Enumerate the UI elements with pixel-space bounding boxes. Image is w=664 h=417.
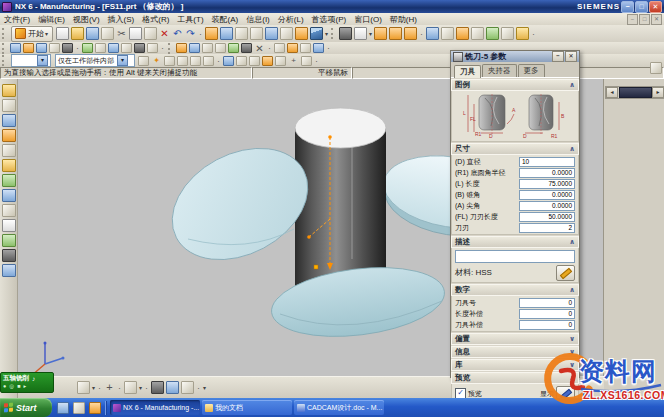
menu-view[interactable]: 视图(V) [69, 14, 104, 25]
section-preview-header[interactable]: 预览 ∧ [451, 372, 579, 384]
menu-insert[interactable]: 插入(S) [104, 14, 139, 25]
open-file-icon[interactable] [71, 27, 84, 40]
tab-more[interactable]: 更多 [518, 64, 545, 77]
workpiece-icon[interactable] [313, 43, 324, 53]
toolbar-grip[interactable] [2, 43, 7, 54]
operation-navigator-icon[interactable] [2, 129, 16, 142]
menu-window[interactable]: 窗口(O) [350, 14, 386, 25]
feeds-speeds-icon[interactable] [287, 43, 298, 53]
scroll-left-icon[interactable]: ◂ [606, 87, 618, 98]
render-scene-icon[interactable] [166, 381, 179, 394]
section-dimensions-header[interactable]: 尺寸 ∧ [451, 143, 579, 155]
part-navigator-icon[interactable] [2, 114, 16, 127]
diameter-input[interactable]: 10 [519, 157, 575, 167]
menu-preferences[interactable]: 首选项(P) [308, 14, 351, 25]
synchronize-icon[interactable] [274, 43, 285, 53]
select-endpoint-icon[interactable] [164, 56, 175, 66]
manufacturing-wizard-icon[interactable] [2, 234, 16, 247]
blade-bottom[interactable] [268, 259, 449, 346]
isometric-view-icon[interactable] [310, 27, 323, 40]
select-intersection-icon[interactable] [203, 56, 214, 66]
create-program-icon[interactable] [10, 43, 21, 53]
edit-object-display-icon[interactable] [456, 27, 469, 40]
machine-simulation-icon[interactable] [134, 43, 145, 53]
close-icon[interactable]: ✕ [649, 1, 662, 13]
true-shading-icon[interactable] [181, 381, 194, 394]
redo-icon[interactable]: ↷ [184, 27, 197, 40]
section-offsets-header[interactable]: 偏置 ∨ [451, 333, 579, 345]
chevron-down-icon[interactable]: ▾ [117, 55, 128, 66]
restore-icon[interactable]: □ [635, 1, 648, 13]
hd3d-tools-icon[interactable] [2, 174, 16, 187]
horizontal-scrollbar[interactable]: ◂ ▸ [605, 86, 664, 99]
material-library-button[interactable] [556, 265, 575, 281]
curve-analysis-icon[interactable] [124, 381, 137, 394]
menu-information[interactable]: 信息(I) [242, 14, 274, 25]
wcs-origin-icon[interactable] [404, 27, 417, 40]
internet-explorer-icon[interactable] [57, 402, 69, 414]
toolbar-grip[interactable] [331, 28, 336, 39]
collapse-icon[interactable]: ∧ [569, 286, 575, 294]
menu-assemblies[interactable]: 装配(A) [208, 14, 243, 25]
minimize-icon[interactable]: − [621, 1, 634, 13]
cutcom-input[interactable]: 0 [519, 320, 575, 330]
play-icon[interactable]: ▸ [23, 383, 26, 390]
box-icon[interactable]: ■ [17, 383, 20, 390]
verify-toolpath-icon[interactable] [108, 43, 119, 53]
hand-icon[interactable]: ● [3, 383, 6, 390]
process-studio-icon[interactable] [2, 219, 16, 232]
post-process-icon[interactable] [147, 43, 158, 53]
length-input[interactable]: 75.0000 [519, 179, 575, 189]
new-file-icon[interactable] [56, 27, 69, 40]
scroll-right-icon[interactable]: ▸ [652, 87, 664, 98]
menu-format[interactable]: 格式(R) [138, 14, 173, 25]
start-button[interactable]: Start [0, 398, 52, 417]
constraint-navigator-icon[interactable] [2, 99, 16, 112]
machine-tool-view-icon[interactable] [215, 43, 226, 53]
toolbar-grip[interactable] [2, 55, 7, 66]
mdi-close-icon[interactable]: ✕ [651, 14, 662, 25]
roles-icon[interactable] [2, 249, 16, 262]
collapse-icon[interactable]: ∧ [569, 145, 575, 153]
chevron-down-icon[interactable]: ▾ [92, 384, 95, 391]
shaded-display-icon[interactable] [295, 27, 308, 40]
selection-scope-combo[interactable]: 仅在工作部件内部 ▾ [55, 54, 135, 67]
dialog-close-icon[interactable]: ✕ [565, 51, 577, 62]
method-view-icon[interactable] [241, 43, 252, 53]
wcs-dynamics-icon[interactable] [374, 27, 387, 40]
pan-view-icon[interactable] [280, 27, 293, 40]
operation-navigator-icon[interactable] [189, 43, 200, 53]
immediate-hide-icon[interactable] [441, 27, 454, 40]
zoom-icon[interactable] [250, 27, 263, 40]
create-method-icon[interactable] [49, 43, 60, 53]
system-scenes-icon[interactable] [2, 264, 16, 277]
delete-icon[interactable]: ✕ [158, 27, 171, 40]
replay-toolpath-icon[interactable] [95, 43, 106, 53]
show-desktop-icon[interactable] [73, 402, 85, 414]
mdi-minimize-icon[interactable]: − [627, 14, 638, 25]
layer-settings-icon[interactable] [354, 27, 367, 40]
menu-file[interactable]: 文件(F) [0, 14, 34, 25]
menu-analysis[interactable]: 分析(L) [274, 14, 308, 25]
expand-icon[interactable]: ∨ [569, 348, 575, 356]
wcs-orient-icon[interactable] [389, 27, 402, 40]
move-object-icon[interactable] [471, 27, 484, 40]
menu-help[interactable]: 帮助(H) [386, 14, 421, 25]
chevron-down-icon[interactable]: ▾ [203, 384, 206, 391]
start-app-button[interactable]: 开始 ▾ [11, 26, 53, 42]
zoom-window-icon[interactable] [235, 27, 248, 40]
crosshair-icon[interactable]: + [287, 54, 300, 67]
rotate-view-icon[interactable] [265, 27, 278, 40]
tip-angle-input[interactable]: 0.0000 [519, 201, 575, 211]
task-my-documents[interactable]: 我的文档 [202, 400, 292, 415]
history-icon[interactable] [2, 204, 16, 217]
render-style-icon[interactable] [339, 27, 352, 40]
menu-edit[interactable]: 编辑(E) [34, 14, 69, 25]
paste-icon[interactable] [144, 27, 157, 40]
assembly-navigator-icon[interactable] [2, 84, 16, 97]
mdi-restore-icon[interactable]: □ [639, 14, 650, 25]
media-player-icon[interactable] [89, 402, 101, 414]
panel-resize-icon[interactable] [650, 62, 662, 74]
show-hide-icon[interactable] [426, 27, 439, 40]
highlight-star-icon[interactable]: ✦ [150, 54, 163, 67]
